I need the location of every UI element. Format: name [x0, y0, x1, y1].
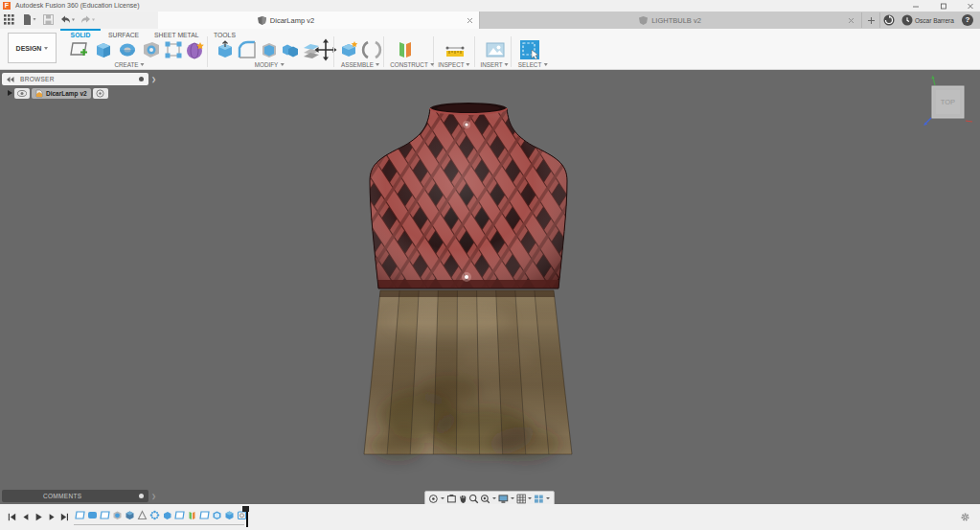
insert-image-icon[interactable] — [485, 39, 506, 60]
dropdown-caret-icon[interactable] — [441, 497, 444, 499]
wood-base[interactable] — [364, 290, 572, 461]
timeline-feature-box[interactable] — [125, 510, 135, 521]
group-label-modify[interactable]: MODIFY — [255, 61, 285, 68]
timeline-feature-extrude[interactable] — [87, 510, 98, 521]
close-window-button[interactable] — [967, 3, 974, 10]
dropdown-caret-icon — [280, 63, 284, 66]
display-settings-icon[interactable] — [498, 494, 509, 504]
save-icon[interactable] — [43, 14, 54, 25]
grid-snap-icon[interactable] — [516, 494, 527, 504]
ribbon-tab-solid[interactable]: SOLID — [60, 29, 101, 38]
panel-handle-icon[interactable] — [139, 494, 144, 498]
dropdown-caret-icon[interactable] — [492, 497, 496, 499]
timeline-go-start-button[interactable] — [8, 513, 16, 521]
maximize-button[interactable] — [940, 3, 947, 10]
group-label-create[interactable]: CREATE — [114, 61, 144, 68]
group-label-construct[interactable]: CONSTRUCT — [390, 61, 434, 68]
timeline-step-back-button[interactable] — [21, 513, 30, 521]
timeline-feature-solid[interactable] — [162, 510, 172, 521]
timeline-go-end-button[interactable] — [60, 513, 69, 521]
timeline-feature-box[interactable] — [224, 510, 235, 521]
revolve-icon[interactable] — [117, 39, 138, 60]
new-component-icon[interactable] — [339, 39, 360, 60]
timeline-feature-sketch[interactable] — [199, 510, 210, 521]
group-label-assemble[interactable]: ASSEMBLE — [341, 61, 379, 68]
ground-toggle[interactable] — [93, 88, 108, 99]
workspace-selector[interactable]: DESIGN — [8, 33, 57, 63]
group-separator — [333, 36, 334, 67]
measure-icon[interactable] — [444, 39, 466, 60]
visibility-toggle[interactable] — [14, 88, 30, 99]
close-tab-icon[interactable] — [848, 17, 855, 24]
timeline-feature-sketch[interactable] — [100, 510, 110, 521]
extrude-icon[interactable] — [93, 39, 114, 60]
sweep-icon[interactable] — [141, 39, 162, 60]
user-name[interactable]: Oscar Barrera — [915, 17, 954, 24]
group-label-inspect[interactable]: INSPECT — [438, 61, 469, 68]
create-form-icon[interactable] — [185, 39, 206, 60]
select-icon[interactable] — [519, 39, 540, 60]
panel-handle-icon[interactable] — [139, 77, 144, 81]
timeline-feature-construct[interactable] — [187, 510, 197, 521]
viewports-icon[interactable] — [534, 494, 544, 504]
joint-icon[interactable] — [361, 39, 382, 60]
timeline-feature-text[interactable] — [137, 510, 148, 521]
fillet-icon[interactable] — [237, 39, 258, 60]
timeline-feature-circular-pattern[interactable] — [149, 510, 160, 521]
browser-item-dicarlamp[interactable]: DicarLamp v2 — [32, 88, 91, 99]
tab-lightbulb[interactable]: LIGHTBULB v2 — [479, 12, 860, 29]
loft-icon[interactable] — [163, 39, 184, 60]
lamp-model[interactable] — [0, 70, 980, 504]
collapse-icon[interactable] — [7, 77, 14, 82]
press-pull-icon[interactable] — [215, 39, 236, 60]
zoom-icon[interactable] — [468, 494, 479, 504]
group-label-insert[interactable]: INSERT — [481, 61, 509, 68]
group-separator — [474, 36, 475, 67]
timeline-settings-gear-icon[interactable] — [960, 512, 970, 522]
create-sketch-icon[interactable] — [69, 39, 90, 60]
timeline-marker-flag[interactable] — [242, 506, 249, 512]
ribbon-toolbar: DESIGN SOLID SURFACE SHEET METAL TOOLS C… — [0, 29, 980, 70]
close-tab-icon[interactable] — [467, 17, 473, 24]
timeline-play-button[interactable] — [34, 513, 43, 521]
timeline-feature-sketch[interactable] — [174, 510, 185, 521]
notifications-icon[interactable] — [901, 14, 913, 26]
view-cube[interactable]: TOP — [918, 72, 979, 131]
fusion-logo-icon: F — [3, 2, 11, 10]
browser-tree-root[interactable]: DicarLamp v2 — [8, 87, 108, 99]
orbit-icon[interactable] — [428, 494, 439, 504]
timeline-feature-shell[interactable] — [212, 510, 222, 521]
timeline-feature-box[interactable] — [112, 510, 123, 521]
help-icon[interactable]: ? — [962, 14, 973, 26]
group-label-select[interactable]: SELECT — [518, 61, 548, 68]
construct-plane-icon[interactable] — [395, 39, 416, 60]
ribbon-tab-sheetmetal[interactable]: SHEET METAL — [154, 32, 199, 38]
app-grid-menu-icon[interactable] — [4, 14, 14, 25]
shell-icon[interactable] — [259, 39, 280, 60]
combine-icon[interactable] — [280, 39, 301, 60]
comments-panel-header[interactable]: COMMENTS — [2, 490, 148, 502]
dropdown-caret-icon[interactable] — [546, 497, 550, 499]
pan-icon[interactable] — [458, 494, 468, 504]
3d-viewport[interactable]: BROWSER ❯ DicarLamp v2 TOP — [0, 70, 980, 504]
timeline-step-forward-button[interactable] — [48, 513, 57, 521]
browser-panel-header[interactable]: BROWSER — [2, 73, 148, 85]
timeline-feature-sketch[interactable] — [75, 510, 85, 521]
job-status-icon[interactable] — [883, 14, 895, 26]
expand-arrow-icon[interactable] — [8, 90, 12, 96]
dropdown-caret-icon[interactable] — [511, 497, 514, 499]
undo-icon[interactable] — [59, 14, 75, 25]
file-menu-icon[interactable] — [23, 14, 36, 25]
tab-dicarlamp[interactable]: DicarLamp v2 — [158, 12, 479, 29]
panel-expand-icon[interactable]: ❯ — [151, 76, 156, 82]
minimize-button[interactable] — [912, 3, 920, 10]
look-at-icon[interactable] — [446, 494, 457, 504]
new-tab-button[interactable] — [861, 12, 880, 28]
dropdown-caret-icon[interactable] — [528, 497, 532, 499]
ribbon-tab-surface[interactable]: SURFACE — [108, 32, 139, 38]
ribbon-tab-tools[interactable]: TOOLS — [214, 32, 236, 38]
fit-icon[interactable] — [480, 494, 490, 504]
redo-icon[interactable] — [80, 14, 95, 25]
group-separator — [511, 36, 512, 67]
panel-expand-icon[interactable]: ❯ — [151, 493, 156, 499]
